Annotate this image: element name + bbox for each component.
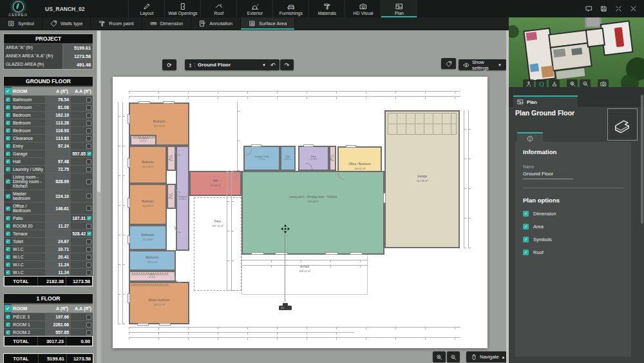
close-button[interactable] bbox=[629, 5, 638, 14]
table-row[interactable]: ✓Terrace528.42✓ bbox=[4, 230, 93, 237]
option-dimension[interactable]: ✓Dimension bbox=[523, 211, 623, 217]
row-checkbox[interactable]: ✓ bbox=[6, 179, 10, 184]
annex-checkbox[interactable] bbox=[86, 97, 91, 103]
annex-checkbox[interactable] bbox=[86, 322, 91, 328]
row-checkbox[interactable]: ✓ bbox=[6, 128, 10, 133]
annex-checkbox[interactable] bbox=[86, 179, 91, 184]
room-garage[interactable]: Garage557.85 ft² bbox=[384, 110, 460, 248]
row-checkbox[interactable]: ✓ bbox=[6, 113, 10, 117]
show-settings-dropdown[interactable]: Show settings ▼ bbox=[459, 59, 506, 70]
tool-walls-type[interactable]: Walls type bbox=[43, 17, 91, 30]
row-checkbox[interactable]: ✓ bbox=[6, 121, 10, 125]
panel-scrollbar[interactable] bbox=[641, 95, 643, 224]
row-checkbox[interactable]: ✓ bbox=[6, 194, 10, 199]
table-row[interactable]: ✓ROOM 2557.85 bbox=[4, 328, 93, 336]
annex-checkbox[interactable]: ✓ bbox=[87, 231, 91, 236]
annex-checkbox[interactable] bbox=[86, 315, 91, 320]
zoom-out-button[interactable] bbox=[447, 351, 460, 362]
option-area[interactable]: ✓Area bbox=[523, 224, 623, 230]
table-row[interactable]: ✓Entry57.24 bbox=[4, 142, 93, 150]
room-clearance[interactable]: Clearance113.83 ft² bbox=[176, 146, 189, 251]
row-checkbox[interactable]: ✓ bbox=[6, 144, 10, 148]
row-checkbox[interactable]: ✓ bbox=[6, 216, 10, 221]
row-checkbox[interactable]: ✓ bbox=[6, 159, 10, 164]
annex-checkbox[interactable]: ✓ bbox=[87, 216, 91, 221]
row-checkbox[interactable]: ✓ bbox=[6, 322, 10, 327]
table-row[interactable]: ✓PIÈCE 3197.66 bbox=[4, 313, 93, 320]
option-roof[interactable]: ✓Roof bbox=[523, 250, 623, 255]
annex-checkbox[interactable] bbox=[86, 270, 91, 275]
annex-checkbox[interactable] bbox=[86, 128, 91, 133]
table-row[interactable]: ✓Master bedroom224.10 bbox=[4, 190, 93, 202]
undo-button[interactable]: ↶ bbox=[266, 59, 279, 70]
table-row[interactable]: ✓W.I.C11.24 bbox=[4, 268, 93, 276]
table-row[interactable]: ✓ROOM 12261.66 bbox=[4, 320, 93, 328]
tab-roof[interactable]: Roof bbox=[200, 0, 236, 17]
annex-checkbox[interactable] bbox=[86, 262, 91, 268]
table-row[interactable]: ✓Office / Bedroom146.61 bbox=[4, 202, 93, 214]
name-field[interactable]: Ground Floor bbox=[523, 171, 573, 179]
row-checkbox[interactable]: ✓ bbox=[6, 97, 10, 102]
comment-button[interactable] bbox=[584, 5, 593, 14]
table-row[interactable]: ✓Living room - Dinning room - Kitchen828… bbox=[4, 173, 93, 190]
tool-surface-area[interactable]: Surface Area bbox=[241, 17, 295, 30]
select-all-checkbox[interactable]: ✓ bbox=[5, 88, 12, 95]
camera-view-button[interactable] bbox=[598, 79, 609, 87]
annex-checkbox[interactable] bbox=[86, 224, 91, 229]
tab-hd-visual[interactable]: HD Visual bbox=[345, 0, 381, 17]
annex-checkbox[interactable] bbox=[86, 105, 91, 110]
sidebar-scrollbar[interactable] bbox=[97, 30, 101, 363]
cedreo-logo[interactable]: CEDREO bbox=[0, 0, 36, 17]
room-bathroom[interactable]: Bathroom76.54 ft² bbox=[129, 250, 176, 271]
annex-checkbox[interactable] bbox=[86, 247, 91, 252]
table-row[interactable]: ✓Toilet24.67 bbox=[4, 237, 93, 245]
row-checkbox[interactable]: ✓ bbox=[6, 255, 10, 259]
table-row[interactable]: ✓ROOM 2011.27 bbox=[4, 222, 93, 230]
annex-checkbox[interactable] bbox=[86, 167, 91, 172]
refresh-button[interactable]: ⟳ bbox=[162, 59, 176, 70]
redo-button[interactable]: ↷ bbox=[280, 59, 294, 70]
row-checkbox[interactable]: ✓ bbox=[6, 330, 10, 335]
tool-annotation[interactable]: Annotation bbox=[191, 17, 241, 30]
annex-checkbox[interactable] bbox=[86, 239, 91, 244]
tab-plan[interactable]: Plan bbox=[381, 0, 417, 17]
tool-symbol[interactable]: Symbol bbox=[0, 17, 43, 30]
navigate-dropdown[interactable]: Navigate ▲ bbox=[466, 351, 506, 362]
layers-button[interactable] bbox=[441, 58, 456, 69]
compass-view-button[interactable] bbox=[549, 79, 560, 87]
table-row[interactable]: ✓Bathroom81.08 bbox=[4, 103, 93, 111]
table-row[interactable]: ✓Patio187.31✓ bbox=[4, 214, 93, 222]
table-row[interactable]: ✓W.I.C10.71 bbox=[4, 245, 93, 253]
table-row[interactable]: ✓Laundry / Utility72.75 bbox=[4, 165, 93, 173]
restore-button[interactable] bbox=[614, 5, 623, 14]
row-checkbox[interactable]: ✓ bbox=[6, 136, 10, 141]
zoomin-view-button[interactable] bbox=[567, 79, 578, 87]
3d-preview[interactable] bbox=[509, 17, 644, 87]
annex-checkbox[interactable] bbox=[86, 113, 91, 118]
floor-stepper[interactable]: ▲▼ bbox=[189, 63, 195, 68]
tab-materials[interactable]: Materials bbox=[308, 0, 345, 17]
row-checkbox[interactable]: ✓ bbox=[6, 262, 10, 267]
row-checkbox[interactable]: ✓ bbox=[6, 167, 10, 172]
plan-3d-thumbnail[interactable] bbox=[607, 108, 638, 141]
row-checkbox[interactable]: ✓ bbox=[6, 270, 10, 275]
room-bathroom[interactable]: Bathroom81.08 ft² bbox=[129, 225, 167, 250]
annex-checkbox[interactable] bbox=[86, 144, 91, 149]
table-row[interactable]: ✓Bedroom162.19 bbox=[4, 111, 93, 119]
room-patio[interactable]: Patio187.31 ft² bbox=[194, 197, 242, 291]
table-row[interactable]: ✓Bathroom76.54 bbox=[4, 95, 93, 103]
tab-exterior[interactable]: Exterior bbox=[236, 0, 272, 17]
annex-checkbox[interactable] bbox=[86, 136, 91, 141]
room-entry[interactable]: Entry57.24 ft² bbox=[298, 146, 329, 171]
row-checkbox[interactable]: ✓ bbox=[6, 231, 10, 236]
save-button[interactable] bbox=[599, 5, 608, 14]
lamp-symbol[interactable] bbox=[278, 302, 293, 313]
room-toilet[interactable]: Toilet24.67 ft² bbox=[280, 146, 296, 171]
tab-plan[interactable]: Plan bbox=[513, 95, 578, 107]
row-checkbox[interactable]: ✓ bbox=[6, 315, 10, 319]
table-row[interactable]: ✓W.I.C11.24 bbox=[4, 260, 93, 268]
checkbox[interactable]: ✓ bbox=[523, 237, 529, 242]
table-row[interactable]: ✓Bedroom116.93 bbox=[4, 126, 93, 134]
tab-layout[interactable]: Layout bbox=[128, 0, 164, 17]
tab-wall-openings[interactable]: Wall Openings bbox=[164, 0, 200, 17]
